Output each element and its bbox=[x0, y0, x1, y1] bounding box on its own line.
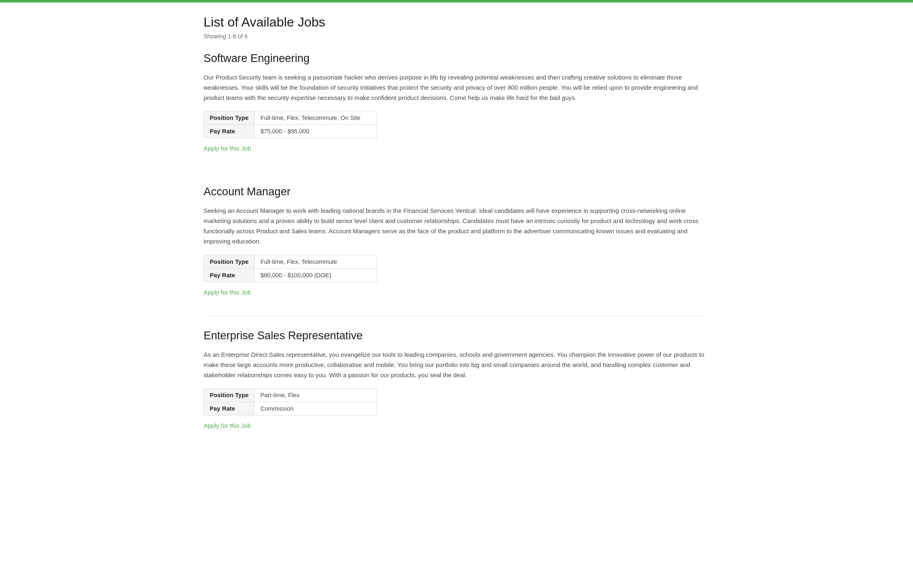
position-type-label-2: Position Type bbox=[204, 255, 255, 268]
pay-rate-label-1: Pay Rate bbox=[204, 125, 255, 138]
page-title: List of Available Jobs bbox=[204, 15, 709, 30]
position-type-row-2: Position Type Full-time, Flex, Telecommu… bbox=[204, 255, 377, 268]
position-type-label-3: Position Type bbox=[204, 388, 255, 402]
divider-1 bbox=[204, 172, 709, 173]
pay-rate-row-2: Pay Rate $80,000 - $100,000 (DOE) bbox=[204, 268, 377, 282]
job-listing-1: Software Engineering Our Product Securit… bbox=[204, 52, 709, 156]
pay-rate-row-3: Pay Rate Commission bbox=[204, 402, 377, 415]
position-type-value-1: Full-time, Flex, Telecommute, On Site bbox=[255, 111, 377, 125]
jobs-list: Software Engineering Our Product Securit… bbox=[204, 52, 709, 433]
position-type-row-1: Position Type Full-time, Flex, Telecommu… bbox=[204, 111, 377, 125]
apply-link-2[interactable]: Apply for this Job bbox=[204, 289, 251, 296]
job-details-table-3: Position Type Part-time, Flex Pay Rate C… bbox=[204, 388, 377, 416]
main-container: List of Available Jobs Showing 1-6 of 6 … bbox=[183, 2, 730, 474]
divider-2 bbox=[204, 316, 709, 317]
apply-link-3[interactable]: Apply for this Job bbox=[204, 422, 251, 429]
job-title-3: Enterprise Sales Representative bbox=[204, 329, 709, 342]
position-type-value-2: Full-time, Flex, Telecommute bbox=[255, 255, 377, 268]
job-description-2: Seeking an Account Manager to work with … bbox=[204, 206, 709, 246]
pay-rate-row-1: Pay Rate $75,000 - $95,000 bbox=[204, 125, 377, 138]
showing-count: Showing 1-6 of 6 bbox=[204, 33, 709, 40]
job-description-3: As an Enterprise Direct Sales representa… bbox=[204, 349, 709, 380]
pay-rate-value-1: $75,000 - $95,000 bbox=[255, 125, 377, 138]
pay-rate-label-3: Pay Rate bbox=[204, 402, 255, 415]
job-title-1: Software Engineering bbox=[204, 52, 709, 65]
job-listing-2: Account Manager Seeking an Account Manag… bbox=[204, 185, 709, 300]
pay-rate-value-3: Commission bbox=[255, 402, 377, 415]
job-details-table-2: Position Type Full-time, Flex, Telecommu… bbox=[204, 255, 377, 282]
pay-rate-value-2: $80,000 - $100,000 (DOE) bbox=[255, 268, 377, 282]
job-listing-3: Enterprise Sales Representative As an En… bbox=[204, 329, 709, 433]
job-description-1: Our Product Security team is seeking a p… bbox=[204, 72, 709, 103]
job-details-table-1: Position Type Full-time, Flex, Telecommu… bbox=[204, 111, 377, 138]
job-title-2: Account Manager bbox=[204, 185, 709, 198]
position-type-value-3: Part-time, Flex bbox=[255, 388, 377, 402]
position-type-row-3: Position Type Part-time, Flex bbox=[204, 388, 377, 402]
apply-link-1[interactable]: Apply for this Job bbox=[204, 145, 251, 152]
pay-rate-label-2: Pay Rate bbox=[204, 268, 255, 282]
position-type-label-1: Position Type bbox=[204, 111, 255, 125]
